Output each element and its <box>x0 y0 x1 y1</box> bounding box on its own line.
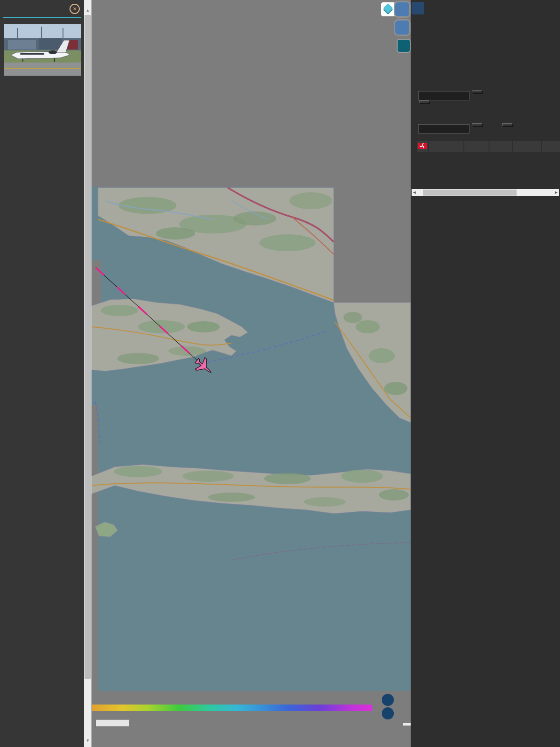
search-button[interactable] <box>472 90 482 93</box>
close-icon[interactable]: × <box>70 4 80 14</box>
clear-search-button[interactable] <box>419 100 429 103</box>
scroll-right-icon[interactable]: ► <box>553 189 559 196</box>
isle-of-man-flag-icon <box>418 143 427 149</box>
hscroll-thumb[interactable] <box>423 190 517 196</box>
scrollbar-thumb[interactable] <box>84 15 91 679</box>
map-scale-bar <box>96 719 129 727</box>
jump-button[interactable] <box>472 123 482 126</box>
panel-collapse-toggle[interactable] <box>412 2 424 14</box>
tar1090-app: × <box>0 0 560 747</box>
divider <box>3 17 81 18</box>
info-panel: ◄ ► <box>411 0 560 747</box>
message-rate <box>481 19 555 27</box>
zoom-out-button[interactable] <box>382 707 394 719</box>
scroll-left-icon[interactable]: ◄ <box>412 189 417 196</box>
search-input[interactable] <box>418 91 469 100</box>
altitude-color-legend <box>92 705 372 711</box>
map-attribution <box>403 723 411 726</box>
aircraft-table <box>417 140 560 153</box>
zoom-in-button[interactable] <box>382 694 394 706</box>
panel-collapse-left-button[interactable] <box>395 21 409 35</box>
flag-cell <box>417 141 428 152</box>
route-cell <box>464 141 489 152</box>
map-canvas <box>91 0 411 747</box>
squawk-cell <box>513 141 541 152</box>
table-horizontal-scrollbar[interactable]: ◄ ► <box>412 189 559 196</box>
settings-gear-icon[interactable] <box>398 40 410 52</box>
jump-input[interactable] <box>418 124 469 134</box>
stats-block <box>418 19 558 22</box>
layers-button[interactable] <box>381 2 395 16</box>
altitude-cell <box>542 141 560 152</box>
aircraft-hex <box>4 5 80 13</box>
callsign-cell[interactable] <box>429 141 463 152</box>
sidebar-scrollbar[interactable]: ▲ ▼ <box>84 0 91 747</box>
type-cell <box>490 141 512 152</box>
aircraft-photo[interactable] <box>4 24 81 76</box>
scroll-down-icon[interactable]: ▼ <box>84 737 91 744</box>
scroll-up-icon[interactable]: ▲ <box>84 7 91 14</box>
map[interactable] <box>91 0 411 747</box>
aircraft-detail-sidebar: × <box>0 0 84 747</box>
jump-clear-button[interactable] <box>502 123 512 126</box>
panel-expand-right-button[interactable] <box>395 2 409 16</box>
table-row[interactable] <box>417 141 560 152</box>
